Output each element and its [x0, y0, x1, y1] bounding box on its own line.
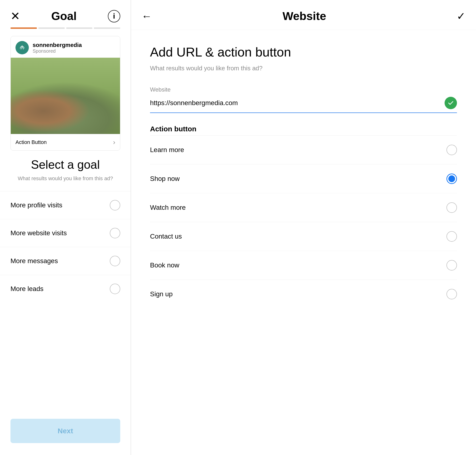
progress-bar	[0, 27, 131, 29]
action-option-contact-us[interactable]: Contact us	[150, 222, 457, 251]
radio-button-sign-up[interactable]	[446, 289, 457, 299]
radio-button-profile-visits[interactable]	[110, 200, 120, 211]
avatar	[16, 41, 29, 54]
info-button[interactable]: i	[108, 10, 120, 22]
action-option-watch-more[interactable]: Watch more	[150, 193, 457, 222]
plant-illustration	[11, 58, 120, 134]
progress-segment-2	[38, 27, 65, 29]
left-header: ✕ Goal i	[0, 0, 131, 27]
goal-option-messages[interactable]: More messages	[0, 247, 131, 275]
goal-option-label: More leads	[10, 285, 44, 293]
ad-account-info: sonnenbergmedia Sponsored	[33, 42, 82, 54]
url-action-subtitle: What results would you like from this ad…	[150, 65, 457, 72]
website-url-input[interactable]	[150, 99, 440, 107]
ad-action-row[interactable]: Action Button ›	[11, 134, 120, 150]
action-option-label: Sign up	[150, 290, 173, 298]
goal-subtitle: What results would you like from this ad…	[0, 175, 131, 182]
website-field-label: Website	[150, 86, 457, 93]
radio-button-learn-more[interactable]	[446, 145, 457, 155]
right-panel-title: Website	[282, 9, 326, 23]
goal-option-label: More profile visits	[10, 201, 62, 209]
ad-sponsored-label: Sponsored	[33, 48, 82, 54]
radio-button-contact-us[interactable]	[446, 231, 457, 242]
goal-option-label: More messages	[10, 257, 58, 265]
svg-point-1	[21, 46, 23, 47]
ad-image	[11, 58, 120, 134]
action-option-label: Contact us	[150, 233, 182, 240]
website-form-section: Website	[150, 86, 457, 113]
radio-button-watch-more[interactable]	[446, 202, 457, 213]
progress-segment-3	[66, 27, 93, 29]
next-button-container: Next	[10, 419, 120, 443]
right-header: ← Website ✓	[131, 0, 476, 30]
radio-button-book-now[interactable]	[446, 260, 457, 270]
ad-action-button-label: Action Button	[16, 139, 47, 145]
right-panel: ← Website ✓ Add URL & action button What…	[131, 0, 476, 455]
back-button[interactable]: ←	[142, 10, 152, 22]
chevron-right-icon: ›	[113, 138, 115, 146]
progress-segment-1	[10, 27, 37, 29]
goal-option-label: More website visits	[10, 229, 67, 237]
next-button[interactable]: Next	[10, 419, 120, 443]
url-input-row	[150, 97, 457, 113]
action-option-shop-now[interactable]: Shop now	[150, 164, 457, 193]
action-option-label: Learn more	[150, 146, 184, 154]
goal-title: Select a goal	[0, 158, 131, 172]
ad-account-name: sonnenbergmedia	[33, 42, 82, 48]
goal-option-leads[interactable]: More leads	[0, 275, 131, 303]
goal-option-profile-visits[interactable]: More profile visits	[0, 191, 131, 219]
action-button-section: Action button Learn more Shop now Watch …	[150, 125, 457, 309]
ad-preview-header: sonnenbergmedia Sponsored	[11, 36, 120, 58]
radio-button-shop-now[interactable]	[446, 173, 457, 184]
action-option-label: Watch more	[150, 204, 186, 211]
radio-button-website-visits[interactable]	[110, 228, 120, 238]
action-option-learn-more[interactable]: Learn more	[150, 135, 457, 164]
close-button[interactable]: ✕	[10, 10, 20, 22]
goal-option-website-visits[interactable]: More website visits	[0, 219, 131, 247]
left-panel-title: Goal	[51, 9, 77, 23]
left-panel: ✕ Goal i sonnenbergmedia Sponsored	[0, 0, 131, 455]
confirm-button[interactable]: ✓	[457, 10, 466, 22]
radio-button-leads[interactable]	[110, 284, 120, 294]
action-option-book-now[interactable]: Book now	[150, 251, 457, 280]
action-option-sign-up[interactable]: Sign up	[150, 280, 457, 309]
right-content: Add URL & action button What results wou…	[131, 30, 476, 455]
action-option-label: Shop now	[150, 175, 180, 183]
url-action-title: Add URL & action button	[150, 44, 457, 60]
url-valid-icon	[444, 97, 457, 109]
ad-preview-card: sonnenbergmedia Sponsored Action Button …	[10, 36, 120, 151]
progress-segment-4	[94, 27, 120, 29]
radio-button-messages[interactable]	[110, 256, 120, 266]
action-button-title: Action button	[150, 125, 457, 133]
action-option-label: Book now	[150, 261, 179, 269]
